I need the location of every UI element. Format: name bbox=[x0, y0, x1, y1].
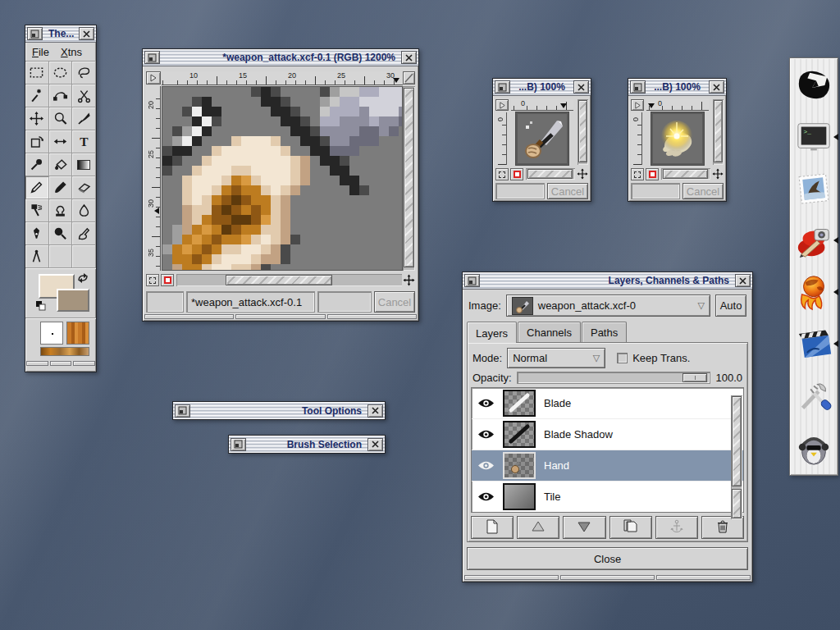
resize-handle[interactable] bbox=[144, 313, 418, 320]
layer-thumbnail[interactable] bbox=[503, 390, 536, 417]
iconify-icon[interactable] bbox=[144, 51, 160, 64]
tool-free-select[interactable] bbox=[72, 62, 96, 84]
menu-xtns[interactable]: Xtns bbox=[61, 46, 82, 58]
dock-web-browser-icon[interactable] bbox=[792, 270, 835, 314]
tool-text[interactable]: T bbox=[72, 130, 96, 153]
layer-row-tile[interactable]: Tile bbox=[472, 482, 743, 513]
resize-handle[interactable] bbox=[25, 360, 96, 367]
visibility-eye-icon[interactable] bbox=[477, 398, 495, 409]
image-canvas[interactable] bbox=[162, 86, 403, 271]
scrollbar-thumb[interactable] bbox=[732, 489, 742, 518]
dock-drawer-arrow[interactable] bbox=[833, 237, 838, 244]
anchor-layer-button[interactable] bbox=[655, 516, 698, 539]
tab-channels[interactable]: Channels bbox=[518, 322, 581, 343]
tool-transform[interactable] bbox=[25, 130, 49, 153]
layer-row-blade-shadow[interactable]: Blade Shadow bbox=[472, 419, 743, 450]
close-icon[interactable] bbox=[401, 51, 417, 64]
opacity-slider[interactable] bbox=[517, 372, 711, 384]
nav-canvas[interactable] bbox=[515, 112, 569, 166]
image-menu-button[interactable] bbox=[631, 99, 644, 111]
layers-titlebar[interactable]: Layers, Channels & Paths bbox=[463, 272, 752, 290]
nav-titlebar[interactable]: ...B) 100% bbox=[493, 79, 591, 96]
dock-audio-player-icon[interactable] bbox=[792, 425, 835, 469]
image-menu-button[interactable] bbox=[495, 99, 509, 111]
dock-terminal-icon[interactable]: >_ bbox=[792, 115, 835, 159]
cancel-button[interactable]: Cancel bbox=[547, 183, 588, 199]
menu-file[interactable]: File bbox=[32, 46, 49, 58]
dock-app-logo-icon[interactable] bbox=[792, 63, 835, 107]
quickmask-on-icon[interactable] bbox=[161, 274, 174, 286]
delete-layer-button[interactable] bbox=[701, 516, 744, 539]
iconify-icon[interactable] bbox=[231, 438, 246, 451]
vertical-scrollbar[interactable] bbox=[403, 86, 415, 271]
dock-drawer-arrow[interactable] bbox=[833, 340, 838, 347]
close-icon[interactable] bbox=[735, 274, 751, 287]
dock-system-tools-icon[interactable] bbox=[792, 373, 835, 418]
iconify-icon[interactable] bbox=[464, 274, 480, 287]
tool-smudge[interactable] bbox=[72, 222, 96, 245]
layer-row-blade[interactable]: Blade bbox=[472, 388, 743, 419]
tool-bezier-select[interactable] bbox=[49, 84, 73, 107]
visibility-eye-icon[interactable] bbox=[477, 491, 495, 502]
titlebar[interactable]: Tool Options bbox=[173, 402, 385, 419]
layer-thumbnail[interactable] bbox=[503, 421, 536, 448]
tool-move[interactable] bbox=[25, 107, 49, 130]
tool-flip[interactable] bbox=[49, 130, 73, 153]
tool-scissors[interactable] bbox=[72, 84, 96, 107]
image-window-titlebar[interactable]: *weapon_attack.xcf-0.1 (RGB) 1200% bbox=[143, 49, 418, 66]
tool-ellipse-select[interactable] bbox=[49, 62, 73, 84]
iconify-icon[interactable] bbox=[630, 80, 646, 94]
vertical-scrollbar[interactable] bbox=[713, 99, 724, 165]
nav-titlebar[interactable]: ...B) 100% bbox=[628, 79, 726, 96]
gradient-preview[interactable] bbox=[40, 347, 89, 356]
tab-paths[interactable]: Paths bbox=[582, 322, 627, 343]
close-button[interactable]: Close bbox=[467, 547, 748, 570]
layer-list-scrollbar[interactable] bbox=[731, 395, 742, 519]
tool-pencil[interactable] bbox=[25, 176, 49, 199]
quickmask-off-icon[interactable] bbox=[495, 168, 509, 180]
navigation-icon[interactable] bbox=[711, 167, 724, 180]
dock-drawer-arrow[interactable] bbox=[833, 134, 838, 140]
tool-measure[interactable] bbox=[25, 245, 49, 268]
scrollbar-thumb[interactable] bbox=[663, 169, 708, 179]
cancel-button[interactable]: Cancel bbox=[374, 291, 415, 313]
navigation-icon[interactable] bbox=[402, 273, 416, 287]
tool-rect-select[interactable] bbox=[25, 62, 49, 84]
dock-drawer-arrow[interactable] bbox=[833, 289, 838, 295]
keep-trans-checkbox[interactable] bbox=[617, 353, 628, 363]
image-menu-button[interactable] bbox=[146, 71, 161, 84]
cancel-button[interactable]: Cancel bbox=[682, 183, 724, 199]
quickmask-on-icon[interactable] bbox=[646, 168, 659, 180]
tool-convolve[interactable] bbox=[72, 199, 96, 222]
tool-dodge-burn[interactable] bbox=[49, 222, 73, 245]
quickmask-off-icon[interactable] bbox=[146, 274, 159, 286]
brush-preview[interactable] bbox=[40, 322, 63, 345]
iconify-icon[interactable] bbox=[27, 27, 43, 40]
layer-thumbnail[interactable] bbox=[503, 483, 536, 510]
dock-mail-stamp-icon[interactable] bbox=[792, 167, 835, 211]
image-option-menu[interactable]: weapon_attack.xcf-0 ▽ bbox=[506, 294, 710, 317]
visibility-eye-icon[interactable] bbox=[477, 460, 495, 471]
horizontal-scrollbar[interactable] bbox=[526, 168, 575, 180]
new-layer-button[interactable] bbox=[471, 516, 514, 539]
tool-eraser[interactable] bbox=[72, 176, 96, 199]
close-icon[interactable] bbox=[709, 80, 724, 94]
duplicate-layer-button[interactable] bbox=[609, 516, 652, 539]
dock-screenshot-tool-icon[interactable] bbox=[792, 218, 835, 262]
close-icon[interactable] bbox=[79, 27, 94, 40]
lower-layer-button[interactable] bbox=[563, 516, 605, 539]
tool-airbrush[interactable] bbox=[25, 199, 49, 222]
auto-button[interactable]: Auto bbox=[715, 294, 746, 317]
tool-clone[interactable] bbox=[49, 199, 73, 222]
visibility-eye-icon[interactable] bbox=[477, 429, 495, 440]
scrollbar-thumb[interactable] bbox=[714, 100, 723, 162]
iconify-icon[interactable] bbox=[175, 404, 190, 418]
tab-layers[interactable]: Layers bbox=[467, 322, 517, 343]
default-colors-icon[interactable] bbox=[35, 300, 47, 314]
navigation-icon[interactable] bbox=[576, 167, 589, 180]
tool-crop[interactable] bbox=[72, 107, 96, 130]
layer-thumbnail[interactable] bbox=[503, 452, 536, 479]
titlebar[interactable]: Brush Selection bbox=[229, 436, 385, 453]
tool-magnify[interactable] bbox=[49, 107, 73, 130]
tool-ink[interactable] bbox=[25, 222, 49, 245]
